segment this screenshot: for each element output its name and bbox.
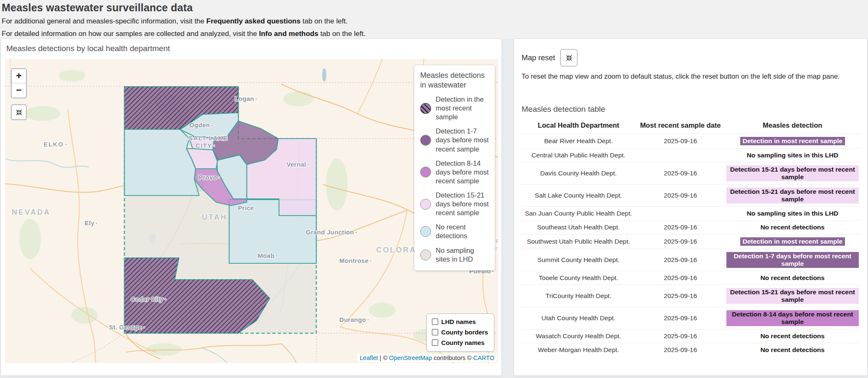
detection-status-badge: Detection in most recent sample (740, 237, 845, 246)
page-header: Measles wastewater surveillance data For… (2, 2, 365, 39)
table-row: Wasatch County Health Dept.2025-09-16No … (521, 329, 860, 343)
map-reset-button[interactable] (11, 104, 27, 120)
detection-status-badge: No recent detections (760, 332, 824, 339)
detection-cell: No recent detections (725, 221, 860, 234)
reset-view-icon (16, 109, 23, 116)
legend-title: Measles detections in wastewater (420, 71, 490, 90)
map-label-vernal: Vernal▪ (287, 161, 309, 168)
detection-cell: No sampling sites in this LHD (725, 207, 860, 221)
column-header: Measles detection (725, 119, 860, 134)
sample-date-cell: 2025-09-16 (636, 271, 725, 285)
table-header-row: Local Health DepartmentMost recent sampl… (521, 119, 860, 134)
map-label-provo: Provo▪ (199, 174, 220, 181)
no_sites-swatch-icon (420, 249, 431, 260)
table-row: Central Utah Public Health Dept.No sampl… (521, 149, 860, 162)
detection-cell: No recent detections (725, 271, 860, 285)
d15_21-swatch-icon (420, 199, 431, 210)
table-row: TriCounty Health Dept.2025-09-16Detectio… (521, 285, 860, 307)
map-label-price: Price▪ (238, 204, 257, 211)
sample-date-cell: 2025-09-16 (636, 134, 725, 149)
map-label-elko: ELKO▪ (44, 141, 67, 148)
map-label-nevada: NEVADA (12, 208, 51, 216)
intro-line-1: For additional general and measles-speci… (2, 17, 365, 26)
map-label-grand-junction: Grand Junction▪ (306, 229, 357, 236)
lhd-cell: Wasatch County Health Dept. (521, 329, 636, 343)
lhd-region-tooele-county[interactable] (124, 129, 199, 195)
reset-instructions: To reset the map view and zoom to defaul… (522, 72, 860, 80)
intro-line-2: For detailed information on how our samp… (2, 29, 365, 39)
leaflet-link[interactable]: Leaflet (360, 355, 378, 361)
detection-status-badge: No recent detections (760, 224, 824, 231)
checkbox-icon[interactable] (432, 329, 438, 335)
lhd-cell: TriCounty Health Dept. (521, 285, 636, 307)
layer-toggle-label: County borders (441, 329, 488, 336)
legend-item: Detection 8-14 days before most recent s… (420, 159, 490, 185)
layer-toggle-county-names[interactable]: County names (432, 339, 488, 346)
sample-date-cell: 2025-09-16 (636, 307, 725, 329)
detection-status-badge: Detection in most recent sample (740, 137, 845, 145)
detection-cell: No sampling sites in this LHD (725, 149, 860, 162)
layer-toggle-lhd-names[interactable]: LHD names (432, 318, 488, 325)
table-row: Weber-Morgan Health Dept.2025-09-16No re… (521, 343, 860, 357)
lhd-cell: Southeast Utah Health Dept. (521, 221, 636, 234)
table-row: Southeast Utah Health Dept.2025-09-16No … (521, 221, 860, 234)
detection-cell: Detection 15-21 days before most recent … (725, 185, 860, 207)
leaflet-map[interactable]: Logan▪Ogden▪SALT LAKECITY▪Provo▪Vernal▪P… (5, 59, 498, 363)
lhd-cell: Salt Lake County Health Dept. (521, 185, 636, 207)
detection-status-badge: No sampling sites in this LHD (747, 210, 838, 217)
map-panel-title: Measles detections by local health depar… (1, 39, 501, 53)
legend-item-label: No sampling sites in LHD (436, 246, 490, 264)
detection-status-badge: Detection 15-21 days before most recent … (726, 188, 859, 203)
detection-cell: No recent detections (725, 343, 860, 357)
checkbox-icon[interactable] (432, 339, 438, 346)
layer-toggle-panel: LHD namesCounty bordersCounty names (426, 314, 494, 352)
detection-status-badge: Detection 8-14 days before most recent s… (726, 310, 859, 326)
reset-view-icon (566, 54, 573, 62)
sample-date-cell: 2025-09-16 (636, 234, 725, 249)
lhd-cell: Central Utah Public Health Dept. (521, 149, 636, 162)
zoom-control: + − (11, 68, 27, 98)
legend-item: No sampling sites in LHD (420, 246, 490, 264)
table-row: Utah County Health Dept.2025-09-16Detect… (521, 307, 860, 329)
layer-toggle-county-borders[interactable]: County borders (432, 329, 488, 336)
map-label-st-george: St. George▪ (109, 324, 145, 331)
map-attribution: Leaflet | © OpenStreetMap contributors ©… (357, 354, 497, 362)
legend-item-label: Detection 15-21 days before most recent … (436, 191, 490, 217)
lhd-cell: Tooele County Health Dept. (521, 271, 636, 285)
legend-item: Detection in the most recent sample (420, 95, 490, 121)
detection-cell: Detection 1-7 days before most recent sa… (725, 249, 860, 271)
detection-status-badge: No recent detections (760, 274, 824, 281)
zoom-out-button[interactable]: − (12, 83, 26, 98)
sample-date-cell: 2025-09-16 (636, 285, 725, 307)
map-label-cedar-city: Cedar City▪ (131, 296, 166, 303)
detail-panel: Map reset To reset the map view and zoom… (514, 39, 868, 376)
map-label-moab: Moab▪ (258, 252, 277, 259)
sample-date-cell: 2025-09-16 (636, 185, 725, 207)
column-header: Most recent sample date (636, 119, 725, 134)
legend-item-label: Detection in the most recent sample (436, 95, 490, 121)
lhd-cell: Bear River Health Dept. (521, 134, 636, 149)
map-label-montrose: Montrose▪ (339, 257, 371, 264)
legend-item-label: Detection 1-7 days before most recent sa… (436, 127, 490, 153)
lhd-cell: Davis County Health Dept. (521, 162, 636, 185)
legend-item: Detection 1-7 days before most recent sa… (420, 127, 490, 153)
map-legend: Measles detections in wastewater Detecti… (414, 65, 495, 270)
zoom-in-button[interactable]: + (12, 69, 26, 83)
none-swatch-icon (420, 226, 431, 237)
lhd-cell: Utah County Health Dept. (521, 307, 636, 329)
openstreetmap-link[interactable]: OpenStreetMap (389, 355, 432, 361)
checkbox-icon[interactable] (432, 319, 438, 325)
detection-cell: No recent detections (725, 329, 860, 343)
carto-link[interactable]: CARTO (473, 355, 494, 361)
map-reset-shortcut-button[interactable] (560, 49, 578, 67)
page: Measles wastewater surveillance data For… (0, 0, 868, 378)
detection-cell: Detection 15-21 days before most recent … (725, 285, 860, 307)
layer-toggle-label: County names (441, 339, 484, 346)
table-row: Bear River Health Dept.2025-09-16Detecti… (521, 134, 860, 149)
map-label-ogden: Ogden▪ (189, 121, 213, 129)
table-row: Salt Lake County Health Dept.2025-09-16D… (521, 185, 860, 207)
layer-toggle-label: LHD names (441, 318, 476, 325)
map-label-salt-lake: SALT LAKE (189, 134, 228, 141)
table-row: Tooele County Health Dept.2025-09-16No r… (521, 271, 860, 285)
table-row: San Juan County Public Health Dept.No sa… (521, 207, 860, 221)
